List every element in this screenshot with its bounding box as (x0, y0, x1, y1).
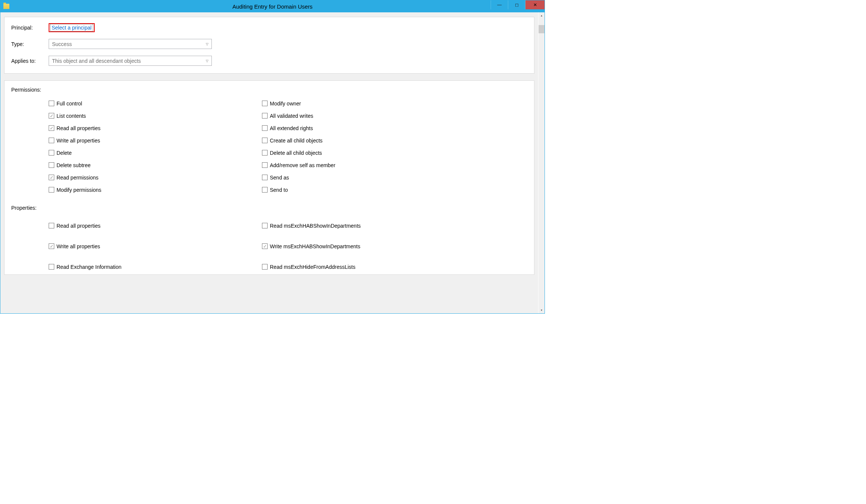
checkbox[interactable] (49, 125, 54, 131)
checkbox[interactable] (49, 101, 54, 106)
checkbox-label: All extended rights (270, 125, 313, 131)
close-icon: ✕ (533, 2, 537, 7)
properties-col-right: Read msExchHABShowInDepartmentsWrite msE… (262, 215, 475, 275)
checkbox[interactable] (49, 138, 54, 143)
checkbox-row: Read Exchange Information (49, 256, 262, 275)
checkbox[interactable] (262, 264, 268, 270)
applies-row: Applies to: This object and all descenda… (11, 56, 527, 66)
checkbox-label: All validated writes (270, 113, 313, 119)
scroll-down-arrow[interactable]: ▾ (539, 307, 545, 313)
checkbox-row: All extended rights (262, 122, 475, 134)
client-area: Principal: Select a principal Type: Succ… (0, 12, 545, 313)
checkbox[interactable] (262, 162, 268, 168)
close-button[interactable]: ✕ (525, 0, 545, 9)
checkbox-row: Write all properties (49, 134, 262, 147)
window-controls: — ◻ ✕ (491, 0, 545, 12)
checkbox-label: Send as (270, 175, 289, 181)
content: Principal: Select a principal Type: Succ… (0, 12, 538, 313)
checkbox-row: Read msExchHABShowInDepartments (262, 215, 475, 236)
permissions-panel: Permissions: Full controlList contentsRe… (4, 80, 534, 275)
checkbox[interactable] (49, 223, 54, 228)
chevron-down-icon: ▽ (206, 59, 208, 63)
window-title: Auditing Entry for Domain Users (0, 3, 545, 10)
checkbox[interactable] (49, 150, 54, 156)
checkbox-label: Add/remove self as member (270, 162, 335, 168)
principal-panel: Principal: Select a principal Type: Succ… (4, 17, 534, 74)
minimize-button[interactable]: — (491, 0, 508, 9)
checkbox-row: Read all properties (49, 215, 262, 236)
chevron-down-icon: ▽ (206, 42, 208, 46)
applies-combo-text: This object and all descendant objects (52, 58, 141, 64)
checkbox-row: Write msExchHABShowInDepartments (262, 236, 475, 256)
scroll-track[interactable] (539, 19, 545, 307)
checkbox-row: Read all properties (49, 122, 262, 134)
maximize-button[interactable]: ◻ (508, 0, 525, 9)
type-row: Type: Success ▽ (11, 39, 527, 49)
checkbox[interactable] (262, 125, 268, 131)
scroll-thumb[interactable] (539, 25, 545, 33)
checkbox[interactable] (262, 175, 268, 180)
checkbox-label: Modify permissions (57, 187, 101, 193)
checkbox-row: Create all child objects (262, 134, 475, 147)
properties-header: Properties: (11, 205, 527, 211)
checkbox[interactable] (49, 243, 54, 249)
checkbox[interactable] (49, 264, 54, 270)
checkbox-row: Read permissions (49, 171, 262, 184)
checkbox-row: Read msExchHideFromAddressLists (262, 256, 475, 275)
select-principal-link[interactable]: Select a principal (50, 24, 93, 31)
checkbox[interactable] (262, 187, 268, 193)
checkbox-label: Delete subtree (57, 162, 91, 168)
properties-grid: Read all propertiesWrite all propertiesR… (49, 215, 527, 275)
checkbox[interactable] (262, 223, 268, 228)
checkbox-label: Full control (57, 101, 82, 107)
type-label: Type: (11, 41, 49, 47)
permissions-grid: Full controlList contentsRead all proper… (49, 97, 527, 196)
checkbox-label: Write all properties (57, 138, 100, 144)
principal-row: Principal: Select a principal (11, 23, 527, 32)
checkbox-row: List contents (49, 110, 262, 122)
principal-label: Principal: (11, 25, 49, 31)
checkbox-label: Read Exchange Information (57, 264, 122, 270)
scroll-up-arrow[interactable]: ▴ (539, 12, 545, 19)
checkbox-row: Full control (49, 97, 262, 110)
checkbox-label: Read permissions (57, 175, 98, 181)
checkbox[interactable] (49, 113, 54, 119)
checkbox[interactable] (49, 162, 54, 168)
type-combo[interactable]: Success ▽ (49, 39, 212, 49)
checkbox-label: Write msExchHABShowInDepartments (270, 243, 360, 249)
folder-icon (3, 4, 9, 9)
type-combo-text: Success (52, 41, 72, 47)
checkbox-row: Write all properties (49, 236, 262, 256)
permissions-col-right: Modify ownerAll validated writesAll exte… (262, 97, 475, 196)
checkbox-label: Read all properties (57, 125, 101, 131)
checkbox-row: Delete subtree (49, 159, 262, 171)
applies-label: Applies to: (11, 58, 49, 64)
checkbox-label: Send to (270, 187, 288, 193)
checkbox-label: Read msExchHideFromAddressLists (270, 264, 356, 270)
checkbox-label: Write all properties (57, 243, 100, 249)
checkbox[interactable] (49, 175, 54, 180)
checkbox-row: Modify owner (262, 97, 475, 110)
checkbox[interactable] (262, 138, 268, 143)
checkbox-label: Delete all child objects (270, 150, 322, 156)
checkbox-row: Delete all child objects (262, 147, 475, 159)
checkbox-label: Read msExchHABShowInDepartments (270, 223, 361, 229)
checkbox[interactable] (262, 150, 268, 156)
checkbox[interactable] (262, 113, 268, 119)
checkbox-label: Modify owner (270, 101, 301, 107)
titlebar[interactable]: Auditing Entry for Domain Users — ◻ ✕ (0, 0, 545, 12)
properties-col-left: Read all propertiesWrite all propertiesR… (49, 215, 262, 275)
applies-combo[interactable]: This object and all descendant objects ▽ (49, 56, 212, 66)
maximize-icon: ◻ (515, 2, 519, 7)
minimize-icon: — (497, 2, 502, 7)
checkbox-row: Add/remove self as member (262, 159, 475, 171)
checkbox-row: Delete (49, 147, 262, 159)
checkbox-label: Create all child objects (270, 138, 323, 144)
permissions-col-left: Full controlList contentsRead all proper… (49, 97, 262, 196)
checkbox[interactable] (262, 243, 268, 249)
vertical-scrollbar[interactable]: ▴ ▾ (538, 12, 545, 313)
checkbox[interactable] (262, 101, 268, 106)
checkbox[interactable] (49, 187, 54, 193)
principal-highlight: Select a principal (49, 23, 95, 32)
checkbox-row: Send to (262, 184, 475, 196)
